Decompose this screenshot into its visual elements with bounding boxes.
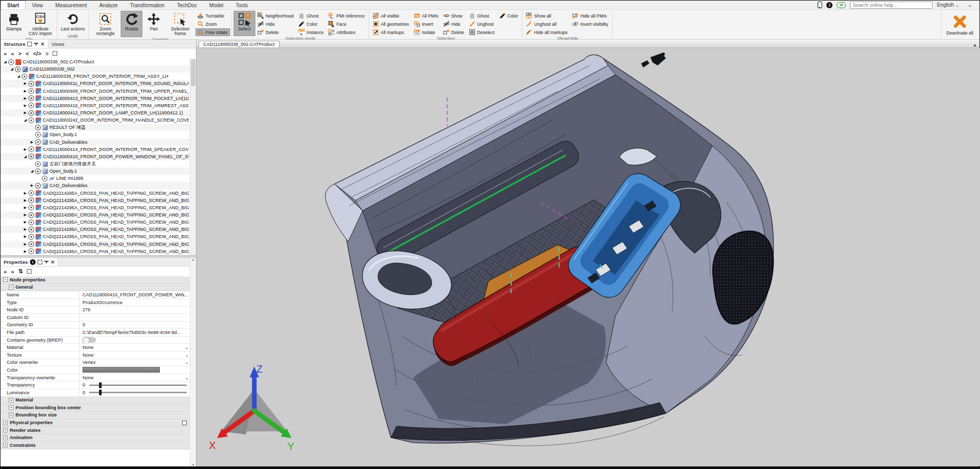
selection-frame-button[interactable]: Selection frame (165, 11, 195, 37)
expand-arrow-icon[interactable]: ▶ (23, 242, 28, 246)
turntable-button[interactable]: Turntable (195, 12, 230, 20)
invert-visibility-button[interactable]: Invert visibility (570, 20, 611, 28)
expand-arrow-icon[interactable]: ▶ (23, 191, 28, 195)
expand-box-icon[interactable]: + (9, 398, 13, 403)
pan-button[interactable]: Pan (143, 11, 165, 37)
property-section-render-states[interactable]: + Render states (1, 427, 196, 434)
expand-arrow-icon[interactable]: ▶ (23, 234, 28, 239)
tree-row[interactable]: RESULT OF 堵盖 (1, 124, 196, 131)
menu-tab-model[interactable]: Model (203, 1, 230, 9)
menu-tab-tools[interactable]: Tools (230, 1, 254, 9)
expand-arrow-icon[interactable]: ▶ (23, 249, 28, 254)
invert-button[interactable]: Invert (412, 20, 441, 28)
expand-box-icon[interactable]: + (3, 428, 8, 432)
expand-arrow-icon[interactable]: ▶ (23, 198, 28, 203)
expand-all-icon[interactable]: » (4, 51, 7, 57)
delete-button[interactable]: Delete (256, 28, 297, 36)
face-button[interactable]: Face (326, 20, 367, 28)
tree-row[interactable]: ▶ CAD1118000412_FRONT_DOOR_LAMP_COVER_LH… (1, 109, 196, 116)
tree-row[interactable]: ▶ CAD_Deliverables (1, 182, 196, 189)
hide-button[interactable]: Hide (442, 20, 467, 28)
tree-row[interactable]: LINE #41895 (1, 175, 196, 182)
dropdown-value[interactable]: Vertex (83, 360, 96, 365)
tree-row[interactable]: ▶ CAD1118000411_FRONT_DOOR_INTERIOR_TRIM… (1, 80, 196, 87)
property-section-constraints[interactable]: + Constraints (1, 442, 196, 449)
visibility-eye-icon[interactable] (35, 132, 41, 138)
property-section-position-bounding-box-center[interactable]: + Position bounding box center (1, 404, 196, 412)
dropdown-value[interactable]: None (83, 375, 94, 380)
tree-row[interactable]: ◢ CAD1118000338_002.CATProduct (1, 58, 196, 65)
visibility-eye-icon[interactable] (28, 103, 34, 108)
hide-all-markups-button[interactable]: Hide all markups (524, 28, 570, 36)
tree-row[interactable]: ▶ CADQ2214295A_CROSS_PAN_HEAD_TAPPING_SC… (1, 211, 196, 219)
visibility-eye-icon[interactable] (28, 190, 34, 196)
expand-arrow-icon[interactable]: ▶ (23, 206, 28, 210)
expand-arrow-icon[interactable]: ▶ (23, 147, 28, 152)
neighborhood-button[interactable]: Neighborhood (256, 12, 297, 20)
ghost-button[interactable]: Ghost (297, 12, 326, 20)
menu-tab-start[interactable]: Start (1, 1, 26, 9)
tree-row[interactable]: ▶ CADQ2214295A_CROSS_PAN_HEAD_TAPPING_SC… (1, 233, 196, 240)
isolate-button[interactable]: Isolate (412, 28, 441, 36)
menu-tab-transformation[interactable]: Transformation (124, 1, 171, 9)
collapse-arrow-icon[interactable]: ◢ (23, 118, 28, 122)
expand-box-icon[interactable]: + (9, 405, 13, 410)
unghost-button[interactable]: Unghost (467, 20, 497, 28)
document-tab[interactable]: CAD1118000338_002.CATProduct (199, 41, 280, 47)
search-input[interactable] (850, 2, 933, 9)
close-icon[interactable]: ✕ (51, 259, 55, 265)
tree-row[interactable]: ▶ CAD_Deliverables (1, 139, 196, 146)
collapse-arrow-icon[interactable]: ◢ (23, 155, 28, 159)
float-panel-icon[interactable] (182, 421, 187, 425)
hide-button[interactable]: Hide (256, 20, 297, 28)
free-rotate-button[interactable]: Free rotate (195, 28, 230, 36)
collapse-box-icon[interactable]: − (9, 285, 13, 290)
visibility-eye-icon[interactable] (15, 66, 21, 72)
expand-arrow-icon[interactable]: ▶ (29, 183, 35, 188)
pin-icon[interactable] (34, 42, 38, 44)
stampa-button[interactable]: Stampa (3, 11, 25, 37)
list-view-icon[interactable]: ≡ (45, 51, 48, 57)
expand-box-icon[interactable]: + (9, 413, 13, 417)
color-button[interactable]: Color (297, 20, 326, 28)
tab-structure[interactable]: Structure ✕ (1, 40, 48, 48)
tree-row[interactable]: ▶ CADQ2214295A_CROSS_PAN_HEAD_TAPPING_SC… (1, 190, 196, 197)
select-button[interactable]: Select (234, 11, 255, 36)
visibility-eye-icon[interactable] (22, 74, 27, 79)
slider-thumb[interactable] (99, 390, 102, 395)
visibility-eye-icon[interactable] (28, 146, 34, 152)
collapse-box-icon[interactable]: − (3, 277, 8, 282)
tree-row[interactable]: ◢ CAD1118000338_FRONT_DOOR_INTERIOR_TRIM… (1, 73, 196, 80)
properties-scrollbar[interactable]: ▲ ▼ (190, 258, 196, 466)
delete-button[interactable]: Delete (442, 28, 467, 36)
dropdown-value[interactable]: None (83, 353, 94, 358)
tree-row[interactable]: ▶ CAD1118000416_FRONT_DOOR_INTERIOR_TRIM… (1, 102, 196, 109)
expand-arrow-icon[interactable]: ▶ (23, 96, 28, 100)
tree-row[interactable]: ▶ CADQ2214295A_CROSS_PAN_HEAD_TAPPING_SC… (1, 204, 196, 211)
collapse-all-icon[interactable]: « (11, 51, 14, 57)
visibility-eye-icon[interactable] (8, 59, 14, 65)
property-section-bounding-box-size[interactable]: + Bounding box size (1, 412, 196, 420)
expand-arrow-icon[interactable]: ▶ (23, 89, 28, 93)
visibility-eye-icon[interactable] (35, 161, 41, 167)
3d-scene[interactable]: X Y Z (197, 48, 980, 466)
collapse-arrow-icon[interactable]: ◢ (3, 60, 8, 64)
ribbon-collapse-icon[interactable]: ⌄ (963, 2, 976, 8)
code-view-icon[interactable]: </> (33, 51, 41, 57)
deactivate-all-button[interactable]: Deactivate all (941, 10, 978, 39)
visibility-eye-icon[interactable] (28, 212, 34, 218)
toggle-switch[interactable] (83, 337, 96, 343)
menu-tab-analyze[interactable]: Analyze (93, 1, 124, 9)
chevron-down-icon[interactable]: ⌄ (185, 375, 189, 380)
close-icon[interactable]: ✕ (40, 41, 44, 47)
property-section-animation[interactable]: + Animation (1, 434, 196, 442)
tree-row[interactable]: ▶ CADQ2214295A_CROSS_PAN_HEAD_TAPPING_SC… (1, 248, 196, 255)
info-icon[interactable]: i (826, 2, 832, 8)
show-all-button[interactable]: Show all (524, 12, 570, 20)
menu-tab-view[interactable]: View (26, 1, 50, 9)
tree-row[interactable]: ▶ CADQ2214295A_CROSS_PAN_HEAD_TAPPING_SC… (1, 219, 196, 226)
all-pmis-button[interactable]: PMIAll PMIs (412, 12, 441, 20)
expand-all-icon[interactable]: » (4, 269, 7, 275)
attributes-button[interactable]: Attributes (326, 28, 367, 36)
visibility-eye-icon[interactable] (35, 183, 41, 189)
